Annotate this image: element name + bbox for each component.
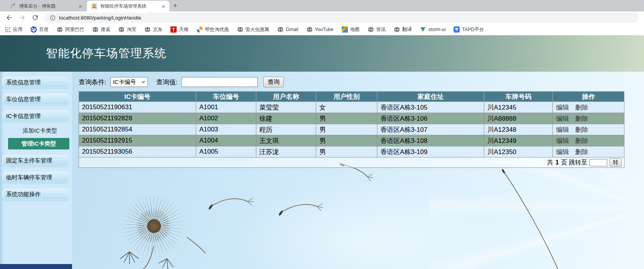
column-header-space: 车位编号 <box>196 92 256 102</box>
page-go-button[interactable]: 转 <box>610 158 622 167</box>
delete-link[interactable]: 删除 <box>575 148 588 156</box>
sidebar-item-7[interactable]: 临时车辆停车管理 <box>2 172 69 183</box>
column-header-plate: 车牌号码 <box>484 92 552 102</box>
globe-icon <box>144 26 151 33</box>
tab-title: 博客后台 - 博客园 <box>19 3 74 10</box>
edit-link[interactable]: 编辑 <box>556 115 569 122</box>
table-body: 20150521190631A1001菜莹莹女香语区A栋3-105川A12345… <box>79 102 624 157</box>
column-header-user: 用户名称 <box>256 92 316 102</box>
delete-link[interactable]: 删除 <box>575 126 588 133</box>
chevron-down-icon <box>141 81 145 84</box>
bookmark-label: 应用 <box>13 26 23 33</box>
sidebar-item-1[interactable]: 系统信息管理 <box>2 77 69 88</box>
bookmark-item[interactable]: 百度 <box>31 26 49 33</box>
new-tab-button[interactable]: + <box>173 2 177 9</box>
globe-icon <box>394 26 400 33</box>
bookmark-item[interactable]: 阿里巴巴 <box>57 26 84 33</box>
sidebar-item-3[interactable]: IC卡信息管理 <box>2 110 69 122</box>
bookmark-item[interactable]: Gmail <box>277 26 298 33</box>
bookmark-label: 阿里巴巴 <box>65 26 84 33</box>
cell-actions: 编辑删除 <box>553 124 624 135</box>
query-bar: 查询条件: IC卡编号 查询值: 查询 <box>79 77 644 87</box>
bookmark-item[interactable]: 京东 <box>144 26 162 33</box>
tab-blog-admin[interactable]: 博客后台 - 博客园 × <box>5 1 87 11</box>
bookmark-item[interactable]: 萤火虫惠聚 <box>237 26 270 33</box>
apps-grid-icon <box>5 26 11 33</box>
bookmark-item[interactable]: 地图 <box>342 26 360 33</box>
close-icon[interactable]: × <box>161 3 166 9</box>
swirl-icon <box>197 26 203 33</box>
cell-space: A1001 <box>196 102 256 113</box>
bookmark-item[interactable]: YouTube <box>306 26 334 33</box>
info-icon[interactable] <box>50 15 56 21</box>
cell-actions: 编辑删除 <box>553 102 624 113</box>
edit-link[interactable]: 编辑 <box>556 126 569 133</box>
pagination-suffix: 页 跳转至 <box>561 159 587 167</box>
sidebar-item-2[interactable]: 车位信息管理 <box>2 93 69 105</box>
site-banner: 智能化停车场管理系统 <box>0 35 644 72</box>
cell-user: 王文琪 <box>256 135 316 146</box>
bookmark-item[interactable]: T天猫 <box>170 26 188 33</box>
cell-address: 香语区A栋3-106 <box>377 113 484 124</box>
column-header-actions: 操作 <box>553 92 624 102</box>
delete-link[interactable]: 删除 <box>575 137 588 144</box>
bookmark-item[interactable]: TAPD平台 <box>454 26 484 33</box>
svg-text:T: T <box>172 27 175 33</box>
tab-parking-system[interactable]: 智能化停车场管理系统 × <box>87 1 169 11</box>
cell-user: 徐建 <box>256 113 316 124</box>
vue-icon <box>420 26 426 33</box>
cell-plate: 川A12345 <box>484 102 552 113</box>
bookmark-label: TAPD平台 <box>462 26 484 33</box>
cell-plate: 川A12349 <box>484 135 552 146</box>
pagination-bar: 共 1 页 跳转至 转 <box>79 157 624 168</box>
maps-icon <box>342 26 348 33</box>
bookmark-item[interactable]: 翻译 <box>394 26 412 33</box>
cell-user: 菜莹莹 <box>256 102 316 113</box>
tomcat-icon <box>91 3 97 9</box>
cell-address: 香语区A栋3-109 <box>377 146 484 157</box>
bookmark-item[interactable]: 搜索 <box>92 26 110 33</box>
reload-icon[interactable] <box>31 14 39 21</box>
cell-user: 程历 <box>256 124 316 135</box>
sidebar-item-5[interactable]: 管理IC卡类型 <box>8 138 69 149</box>
delete-link[interactable]: 删除 <box>575 104 588 111</box>
cell-actions: 编辑删除 <box>553 146 624 157</box>
edit-link[interactable]: 编辑 <box>556 137 569 144</box>
address-bar[interactable]: localhost:8080/parking/LoginHandle <box>44 13 639 23</box>
query-condition-label: 查询条件: <box>79 78 107 87</box>
sidebar-item-4[interactable]: 添加IC卡类型 <box>0 127 72 134</box>
tab-title: 智能化停车场管理系统 <box>100 3 157 10</box>
bookmark-label: storm-ui <box>428 27 446 32</box>
back-icon[interactable] <box>5 14 13 21</box>
cell-gender: 男 <box>316 124 377 135</box>
cell-space: A1005 <box>196 146 256 157</box>
bookmark-item[interactable]: 应用 <box>5 26 23 33</box>
tmall-icon: T <box>170 26 177 33</box>
table-row: 20150521193056A1005汪苏泷男香语区A栋3-109川A12350… <box>79 146 624 157</box>
bookmark-label: 京东 <box>153 26 162 33</box>
sidebar-item-8[interactable]: 系统功能操作 <box>2 189 69 200</box>
sidebar-item-6[interactable]: 固定车主停车管理 <box>2 155 69 166</box>
baidu-icon <box>31 26 37 33</box>
bookmark-item[interactable]: 资讯 <box>368 26 386 33</box>
browser-toolbar: localhost:8080/parking/LoginHandle <box>0 11 644 24</box>
edit-link[interactable]: 编辑 <box>556 148 569 156</box>
bookmark-item[interactable]: storm-ui <box>420 26 446 33</box>
query-condition-select[interactable]: IC卡编号 <box>110 77 148 87</box>
search-button[interactable]: 查询 <box>263 77 284 87</box>
bookmark-item[interactable]: 淘宝 <box>118 26 136 33</box>
page-jump-input[interactable] <box>590 159 607 166</box>
page-title: 智能化停车场管理系统 <box>46 46 167 61</box>
close-icon[interactable]: × <box>77 3 83 9</box>
bookmark-label: 百度 <box>39 26 49 33</box>
bookmark-label: 淘宝 <box>127 26 136 33</box>
query-value-input[interactable] <box>181 77 258 87</box>
bookmark-label: 资讯 <box>376 26 386 33</box>
page-content: 系统信息管理车位信息管理IC卡信息管理添加IC卡类型管理IC卡类型固定车主停车管… <box>0 72 644 269</box>
delete-link[interactable]: 删除 <box>575 115 588 122</box>
cell-plate: 川A88888 <box>484 113 552 124</box>
forward-icon[interactable] <box>18 14 26 21</box>
bookmark-item[interactable]: 帮您淘优惠 <box>197 26 229 33</box>
browser-tab-bar: 博客后台 - 博客园 × 智能化停车场管理系统 × + <box>0 0 644 11</box>
edit-link[interactable]: 编辑 <box>556 104 569 111</box>
